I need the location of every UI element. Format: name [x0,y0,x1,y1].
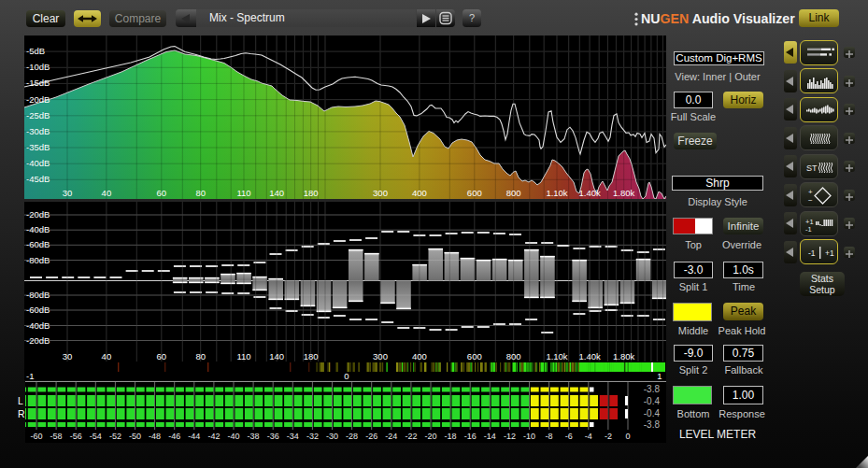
svg-text:-32: -32 [306,432,319,441]
svg-text:-6: -6 [565,432,573,441]
svg-text:-1: -1 [805,225,812,234]
svg-text:-10dB: -10dB [26,62,50,72]
svg-text:-38: -38 [248,432,260,441]
svg-text:300: 300 [373,188,388,198]
svg-text:-20: -20 [424,432,436,441]
svg-text:-24: -24 [385,432,397,441]
svg-text:-3.8: -3.8 [644,419,661,430]
svg-text:30: 30 [63,351,73,362]
svg-text:-44: -44 [188,432,200,441]
svg-text:-46: -46 [168,432,180,441]
svg-text:-45dB: -45dB [26,174,50,184]
svg-text:-80dB: -80dB [26,255,50,265]
svg-text:-5dB: -5dB [26,46,45,56]
svg-text:1.40k: 1.40k [578,351,600,362]
svg-text:-10: -10 [523,432,535,441]
svg-text:30: 30 [63,188,73,198]
svg-text:-20dB: -20dB [26,335,50,346]
svg-text:−: − [808,196,813,205]
svg-text:-30: -30 [326,432,338,441]
svg-text:180: 180 [304,188,319,198]
svg-text:-18: -18 [445,432,457,441]
svg-text:800: 800 [506,351,521,362]
svg-text:1.40k: 1.40k [578,188,600,198]
svg-text:1: 1 [657,371,662,380]
svg-text:-14: -14 [484,432,496,441]
svg-text:-12: -12 [504,432,516,441]
svg-text:-42: -42 [207,432,220,441]
svg-text:-25dB: -25dB [26,110,50,121]
svg-text:-60: -60 [30,432,42,441]
svg-text:-52: -52 [109,432,121,441]
svg-text:600: 600 [467,188,482,198]
svg-text:-1: -1 [808,248,816,258]
svg-text:-48: -48 [149,432,161,441]
svg-text:80: 80 [195,188,206,198]
svg-text:-8: -8 [546,432,553,441]
svg-text:-80dB: -80dB [26,290,50,300]
svg-text:1.80k: 1.80k [613,188,634,198]
svg-text:40: 40 [102,188,112,198]
svg-text:400: 400 [412,351,427,362]
svg-text:110: 110 [236,351,250,362]
svg-text:-0.4: -0.4 [644,408,661,418]
svg-text:-50: -50 [129,432,141,441]
svg-text:-26: -26 [365,432,377,441]
svg-text:-40dB: -40dB [26,158,50,168]
svg-text:800: 800 [506,188,521,198]
svg-text:40: 40 [102,351,112,362]
svg-text:110: 110 [236,188,250,198]
svg-text:1.80k: 1.80k [613,351,634,362]
svg-text:60: 60 [157,188,167,198]
svg-text:-40: -40 [227,432,239,441]
svg-text:1.10k: 1.10k [546,188,567,198]
svg-text:-16: -16 [464,432,477,441]
svg-text:-4: -4 [585,432,592,441]
svg-text:-2: -2 [605,432,612,441]
svg-text:-60dB: -60dB [26,239,50,249]
svg-text:-15dB: -15dB [26,78,50,88]
svg-text:400: 400 [412,188,427,198]
svg-text:-30dB: -30dB [26,126,50,136]
svg-text:-36: -36 [267,432,279,441]
svg-text:140: 140 [269,351,284,362]
svg-text:-20dB: -20dB [26,94,50,105]
svg-text:-40dB: -40dB [26,224,50,234]
svg-text:-1: -1 [26,371,34,380]
svg-text:-56: -56 [70,432,82,441]
svg-text:300: 300 [373,351,388,362]
svg-text:+: + [808,188,813,196]
svg-text:-34: -34 [287,432,299,441]
svg-text:+1: +1 [825,248,834,258]
svg-text:60: 60 [157,351,167,362]
svg-text:0: 0 [344,371,349,380]
svg-text:1.10k: 1.10k [546,351,567,362]
svg-text:-0.4: -0.4 [644,396,661,406]
svg-text:-28: -28 [346,432,358,441]
svg-text:600: 600 [467,351,482,362]
svg-text:-22: -22 [405,432,417,441]
svg-text:180: 180 [304,351,319,362]
svg-text:-40dB: -40dB [26,320,50,331]
svg-text:80: 80 [195,351,206,362]
svg-text:ST: ST [806,163,818,173]
svg-text:0: 0 [625,432,630,441]
svg-text:-35dB: -35dB [26,142,50,152]
svg-text:-20dB: -20dB [26,209,50,220]
svg-text:140: 140 [269,188,284,198]
svg-text:-54: -54 [90,432,102,441]
svg-text:-60dB: -60dB [26,305,50,315]
svg-text:-3.8: -3.8 [644,384,661,394]
svg-text:-58: -58 [50,432,63,441]
